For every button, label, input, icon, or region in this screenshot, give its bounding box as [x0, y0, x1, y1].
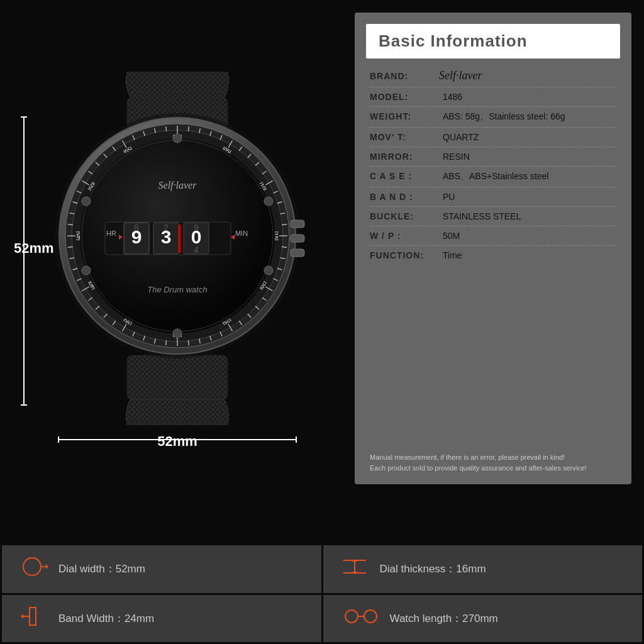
brand-logo: Self·laver — [439, 69, 482, 82]
info-row-value: ABS: 58g、Stainless steel: 66g — [443, 111, 565, 123]
svg-rect-103 — [179, 225, 180, 253]
info-content: BRAND:Self·laverMODEL:1486WEIGHT:ABS: 58… — [355, 58, 631, 447]
dimension-line-vertical — [23, 116, 25, 406]
info-row-value: 1486 — [443, 92, 462, 102]
svg-point-84 — [264, 197, 273, 206]
svg-point-82 — [173, 329, 182, 338]
svg-text:8: 8 — [134, 223, 139, 233]
info-row: BUCKLE:STAINLESS STEEL — [370, 207, 616, 226]
svg-rect-2 — [127, 355, 228, 399]
info-row: MOV' T:QUARTZ — [370, 128, 616, 147]
watch-image: |60| |05| |10| |15| |20| |25| |30| |35| … — [33, 66, 322, 431]
info-row-value: ABS、ABS+Stainless steel — [443, 171, 548, 182]
watch-length-icon — [342, 605, 380, 632]
svg-rect-87 — [291, 220, 304, 228]
info-row-value: QUARTZ — [443, 132, 479, 142]
svg-point-86 — [264, 266, 273, 275]
info-row-key: C A S E : — [370, 171, 439, 181]
info-row: BRAND:Self·laver — [370, 65, 616, 87]
svg-rect-89 — [291, 249, 304, 257]
svg-line-21 — [282, 225, 287, 225]
svg-text:The Drum watch: The Drum watch — [147, 285, 207, 294]
info-row-value: PU — [443, 192, 455, 202]
dial-thickness-label: Dial thickness：16mm — [380, 562, 486, 576]
info-row-key: BUCKLE: — [370, 211, 439, 221]
info-row: B A N D :PU — [370, 187, 616, 207]
watch-area: 52mm 52mm — [13, 13, 342, 484]
svg-line-23 — [282, 247, 287, 247]
dial-width-label: Dial width：52mm — [58, 562, 145, 576]
svg-point-85 — [82, 266, 91, 275]
svg-text:Self·laver: Self·laver — [158, 180, 197, 191]
band-width-label: Band Width：24mm — [58, 611, 154, 626]
svg-text:9: 9 — [194, 223, 199, 233]
spec-dial-width: Dial width：52mm — [2, 545, 321, 593]
svg-rect-117 — [30, 608, 36, 625]
svg-line-66 — [166, 126, 167, 131]
footer-line2: Each product sold to provide quality ass… — [370, 463, 616, 474]
info-panel: Basic Information BRAND:Self·laverMODEL:… — [355, 13, 631, 484]
info-row-key: B A N D : — [370, 192, 439, 202]
svg-marker-111 — [46, 564, 48, 569]
footer-line1: Manual measurement, if there is an error… — [370, 452, 616, 464]
info-row: MODEL:1486 — [370, 87, 616, 107]
svg-line-51 — [68, 247, 73, 247]
svg-marker-119 — [21, 614, 23, 619]
svg-text:MIN: MIN — [235, 230, 248, 237]
svg-line-38 — [166, 340, 167, 345]
info-row-value: 50M — [443, 231, 460, 241]
info-row-key: MODEL: — [370, 92, 439, 102]
info-row: FUNCTION:Time — [370, 246, 616, 265]
main-area: 52mm 52mm — [0, 0, 644, 497]
dimension-side-label: 52mm — [14, 240, 54, 257]
svg-point-83 — [82, 197, 91, 206]
svg-point-120 — [345, 610, 358, 623]
svg-point-109 — [23, 558, 41, 575]
info-title: Basic Information — [379, 31, 608, 51]
watch-container: 52mm 52mm — [33, 66, 322, 431]
info-row-key: BRAND: — [370, 71, 439, 81]
specs-bar: Dial width：52mm Dial thickness：16mm Band… — [0, 543, 644, 644]
info-row-key: MOV' T: — [370, 132, 439, 142]
svg-rect-88 — [291, 235, 304, 242]
info-row: MIRROR:RESIN — [370, 147, 616, 167]
spec-band-width: Band Width：24mm — [2, 595, 321, 643]
info-footer: Manual measurement, if there is an error… — [355, 447, 631, 484]
svg-point-81 — [173, 134, 182, 143]
svg-text:4: 4 — [194, 245, 199, 255]
svg-point-121 — [364, 610, 377, 623]
info-title-bar: Basic Information — [366, 24, 620, 58]
dial-width-icon — [21, 555, 48, 582]
info-row: C A S E :ABS、ABS+Stainless steel — [370, 167, 616, 187]
info-row: WEIGHT:ABS: 58g、Stainless steel: 66g — [370, 107, 616, 128]
info-row: W / P :50M — [370, 226, 616, 246]
info-row-value: STAINLESS STEEL — [443, 211, 521, 221]
info-row-key: FUNCTION: — [370, 250, 439, 260]
band-width-icon — [21, 605, 48, 632]
info-row-value: RESIN — [443, 152, 470, 162]
info-row-key: WEIGHT: — [370, 111, 439, 121]
dial-thickness-icon — [342, 555, 370, 582]
svg-line-53 — [68, 225, 73, 225]
spec-dial-thickness: Dial thickness：16mm — [323, 545, 643, 593]
dimension-bottom-label: 52mm — [157, 433, 197, 450]
svg-text:2: 2 — [164, 223, 169, 233]
info-row-key: MIRROR: — [370, 152, 439, 162]
svg-line-36 — [188, 340, 189, 345]
svg-line-8 — [188, 126, 189, 131]
spec-watch-length: Watch length：270mm — [323, 595, 643, 643]
watch-length-label: Watch length：270mm — [390, 611, 498, 626]
svg-text:HR: HR — [106, 230, 116, 237]
info-row-value: Time — [443, 250, 462, 260]
info-row-key: W / P : — [370, 231, 439, 241]
